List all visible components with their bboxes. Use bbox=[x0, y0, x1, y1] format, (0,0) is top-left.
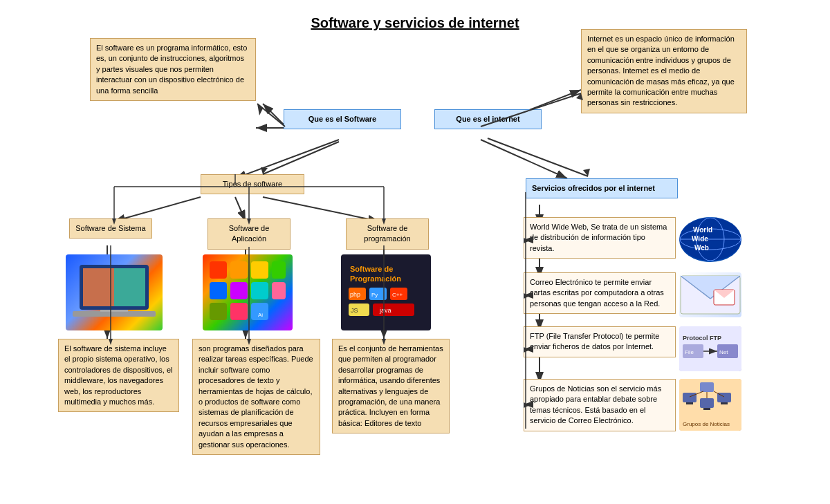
svg-line-5 bbox=[235, 140, 339, 178]
svg-text:Grupos de Noticias: Grupos de Noticias bbox=[683, 421, 730, 427]
svg-rect-69 bbox=[683, 393, 697, 402]
svg-rect-25 bbox=[251, 261, 268, 279]
servicios-box: Servicios ofrecidos por el internet bbox=[526, 178, 678, 198]
svg-rect-29 bbox=[251, 282, 268, 299]
svg-marker-93 bbox=[583, 169, 590, 176]
svg-rect-30 bbox=[272, 282, 286, 299]
que-internet-box: Que es el internet bbox=[434, 109, 542, 129]
svg-line-12 bbox=[481, 140, 567, 178]
svg-rect-32 bbox=[230, 303, 248, 320]
svg-marker-91 bbox=[261, 167, 268, 174]
svg-rect-31 bbox=[210, 303, 227, 320]
svg-line-8 bbox=[263, 197, 379, 221]
svg-rect-27 bbox=[210, 282, 227, 299]
svg-text:World: World bbox=[693, 226, 712, 234]
software-desc-box: El software es un programa informático, … bbox=[90, 38, 256, 101]
prog-image: Software de Programación php Py C++ JS j… bbox=[341, 254, 431, 330]
svg-rect-70 bbox=[686, 402, 693, 404]
page-title: Software y servicios de internet bbox=[311, 15, 519, 31]
aplicacion-desc-box: son programas diseñados para realizar ta… bbox=[192, 339, 320, 455]
svg-rect-74 bbox=[721, 402, 728, 404]
svg-text:JS: JS bbox=[351, 307, 358, 314]
sistema-desc-box: El software de sistema incluye el propio… bbox=[58, 339, 179, 412]
svg-text:Ai: Ai bbox=[258, 312, 263, 318]
tipos-box: Tipos de software bbox=[201, 174, 304, 194]
svg-text:Wide: Wide bbox=[692, 235, 708, 243]
svg-text:C++: C++ bbox=[392, 292, 403, 298]
svg-rect-28 bbox=[230, 282, 248, 299]
www-image: World Wide Web bbox=[679, 217, 741, 262]
svg-text:Web: Web bbox=[694, 244, 709, 252]
svg-text:File: File bbox=[685, 349, 694, 355]
svg-rect-72 bbox=[703, 408, 710, 410]
svg-text:Programación: Programación bbox=[350, 274, 401, 283]
svg-rect-24 bbox=[230, 261, 248, 279]
internet-desc-box: Internet es un espacio único de informac… bbox=[581, 29, 747, 113]
svg-line-6 bbox=[114, 197, 201, 221]
svg-rect-71 bbox=[700, 398, 714, 408]
svg-rect-20 bbox=[114, 268, 145, 306]
svg-text:Net: Net bbox=[719, 349, 728, 355]
programacion-desc-box: Es el conjunto de herramientas que permi… bbox=[332, 339, 450, 433]
svg-line-7 bbox=[235, 197, 246, 221]
apps-image: Ai bbox=[203, 254, 293, 330]
svg-rect-22 bbox=[100, 310, 128, 312]
svg-line-90 bbox=[263, 142, 339, 174]
email-desc-box: Correo Electrónico te permite enviar car… bbox=[524, 272, 676, 314]
svg-rect-23 bbox=[210, 261, 227, 279]
sistema-box: Software de Sistema bbox=[69, 218, 152, 239]
aplicacion-box: Software de Aplicación bbox=[208, 218, 290, 250]
svg-rect-46 bbox=[373, 304, 414, 316]
svg-rect-75 bbox=[700, 382, 714, 392]
svg-text:Software de: Software de bbox=[350, 265, 393, 273]
svg-line-92 bbox=[488, 138, 588, 176]
programacion-box: Software de programación bbox=[346, 218, 429, 250]
laptop-image bbox=[66, 254, 163, 330]
svg-line-94 bbox=[257, 104, 285, 127]
ftp-desc-box: FTP (File Transfer Protocol) te permite … bbox=[524, 326, 676, 357]
svg-rect-21 bbox=[73, 311, 156, 317]
email-image bbox=[679, 272, 741, 317]
ftp-image: Protocol FTP File Net bbox=[679, 326, 741, 371]
svg-text:Py: Py bbox=[371, 292, 378, 298]
svg-marker-95 bbox=[257, 104, 263, 115]
svg-rect-26 bbox=[272, 261, 286, 279]
www-desc-box: World Wide Web, Se trata de un sistema d… bbox=[524, 217, 676, 259]
svg-text:php: php bbox=[350, 291, 360, 298]
news-image: Grupos de Noticias bbox=[679, 379, 741, 431]
que-software-box: Que es el Software bbox=[284, 109, 401, 129]
svg-line-2 bbox=[263, 104, 284, 124]
noticias-desc-box: Grupos de Noticias son el servicio más a… bbox=[524, 379, 676, 431]
svg-rect-19 bbox=[83, 268, 114, 306]
svg-text:Protocol FTP: Protocol FTP bbox=[683, 335, 721, 342]
svg-text:java: java bbox=[379, 307, 391, 314]
